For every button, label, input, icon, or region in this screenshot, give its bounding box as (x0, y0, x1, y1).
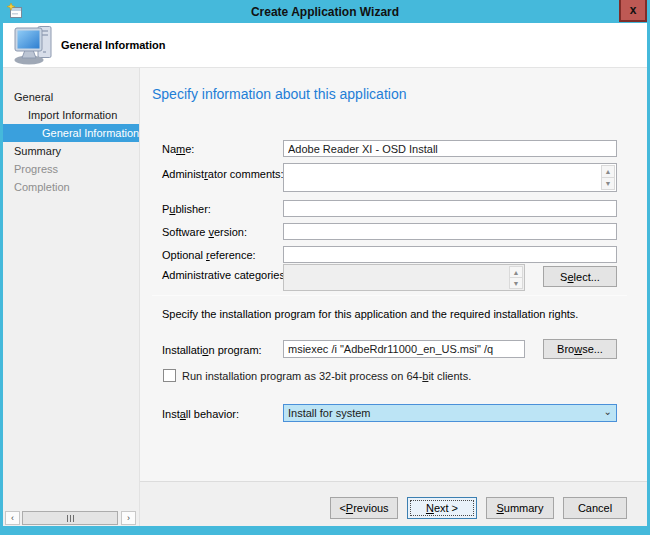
sidebar-item-import-information[interactable]: Import Information (3, 106, 139, 124)
sidebar-horizontal-scrollbar[interactable]: ‹ › (5, 511, 136, 525)
next-button[interactable]: Next > (407, 497, 477, 519)
scroll-up-icon[interactable]: ▲ (509, 266, 523, 278)
scrollbar-grip-icon (67, 515, 74, 522)
close-button[interactable]: x (619, 0, 647, 22)
close-icon: x (630, 4, 637, 16)
sidebar-item-general-information[interactable]: General Information (3, 124, 139, 142)
name-label: Name: (162, 143, 194, 155)
optional-reference-label: Optional reference: (162, 249, 256, 261)
run-32bit-checkbox[interactable] (163, 369, 176, 382)
wizard-steps-sidebar: General Import Information General Infor… (3, 68, 140, 526)
chevron-down-icon: ⌄ (604, 407, 612, 417)
installation-program-input[interactable] (283, 340, 525, 358)
wizard-content-pane: Specify information about this applicati… (140, 68, 647, 526)
install-behavior-dropdown[interactable]: Install for system ⌄ (283, 404, 617, 422)
browse-button[interactable]: Browse... (543, 339, 617, 359)
section-separator (152, 295, 627, 296)
software-version-input[interactable] (283, 223, 617, 240)
install-behavior-label: Install behavior: (162, 408, 239, 420)
sidebar-item-summary[interactable]: Summary (3, 142, 139, 160)
run-32bit-checkbox-label: Run installation program as 32-bit proce… (182, 370, 471, 382)
installation-program-label: Installation program: (162, 344, 262, 356)
create-application-wizard-window: Create Application Wizard x (0, 0, 650, 535)
sidebar-item-completion[interactable]: Completion (3, 178, 139, 196)
administrative-categories-label: Administrative categories: (162, 269, 288, 281)
installation-section-text: Specify the installation program for thi… (162, 308, 578, 320)
summary-button[interactable]: Summary (486, 497, 554, 519)
install-behavior-value: Install for system (288, 407, 604, 419)
wizard-header: General Information (3, 23, 647, 68)
scroll-left-icon[interactable]: ‹ (5, 511, 20, 525)
publisher-input[interactable] (283, 200, 617, 217)
sidebar-item-general[interactable]: General (3, 88, 139, 106)
scroll-down-icon[interactable]: ▼ (601, 178, 615, 190)
window-title: Create Application Wizard (251, 5, 399, 19)
scroll-right-icon[interactable]: › (121, 511, 136, 525)
page-heading: Specify information about this applicati… (152, 86, 406, 102)
scroll-up-icon[interactable]: ▲ (601, 165, 615, 178)
administrator-comments-input[interactable]: ▲ ▼ (283, 163, 617, 192)
scroll-down-icon[interactable]: ▼ (509, 278, 523, 289)
wizard-page-title: General Information (61, 39, 166, 51)
software-version-label: Software version: (162, 226, 247, 238)
scrollbar-thumb[interactable] (22, 511, 118, 525)
scrollbar-track[interactable] (20, 511, 121, 525)
publisher-label: Publisher: (162, 203, 211, 215)
administrator-comments-label: Administrator comments: (162, 168, 284, 180)
select-categories-button[interactable]: Select... (543, 266, 617, 287)
wizard-window-icon (7, 3, 23, 19)
administrative-categories-box: ▲ ▼ (283, 264, 525, 291)
previous-button[interactable]: < Previous (330, 497, 398, 519)
footer-button-band: < Previous Next > Summary Cancel (140, 482, 647, 526)
dialog-frame: General Information General Import Infor… (3, 23, 647, 526)
sidebar-item-progress[interactable]: Progress (3, 160, 139, 178)
name-input[interactable] (283, 140, 617, 157)
title-bar: Create Application Wizard x (0, 0, 650, 23)
cancel-button[interactable]: Cancel (563, 497, 627, 519)
optional-reference-input[interactable] (283, 246, 617, 263)
computer-application-icon (13, 25, 57, 65)
